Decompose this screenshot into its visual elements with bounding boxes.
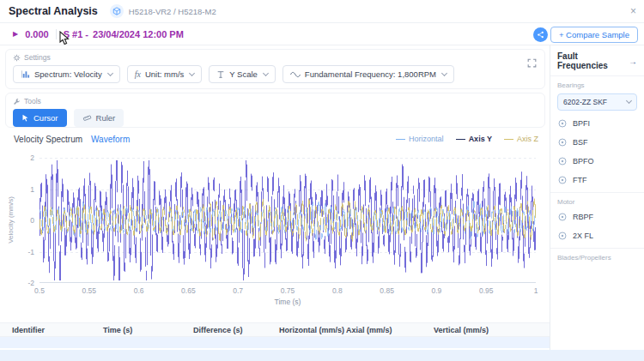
ruler-tool-button[interactable]: Ruler bbox=[74, 109, 125, 127]
x-tick-label: 0.55 bbox=[82, 286, 97, 295]
legend-item-axis-z[interactable]: Axis Z bbox=[504, 135, 538, 143]
x-axis-label: Time (s) bbox=[39, 298, 536, 306]
spectrum-dropdown-label: Spectrum: Velocity bbox=[34, 69, 102, 79]
x-tick-label: 0.75 bbox=[281, 286, 295, 295]
spectrum-dropdown[interactable]: Spectrum: Velocity bbox=[13, 65, 120, 83]
sidebar-item-bpfi[interactable]: BPFI bbox=[550, 114, 644, 133]
x-tick-label: 0.9 bbox=[431, 286, 441, 295]
waveform-chart: Velocity (mm/s) 210-1-2 0.50.550.60.650.… bbox=[0, 151, 550, 310]
fullscreen-icon[interactable] bbox=[526, 57, 538, 72]
section-label-blades: Blades/Propellers bbox=[550, 248, 644, 263]
fundamental-frequency-label: Fundamental Frequency: 1,800RPM bbox=[305, 69, 436, 79]
device-cube-icon bbox=[110, 4, 124, 18]
col-axial: Axial (mm/s) bbox=[346, 326, 434, 334]
device-pair-label: H5218-VR2 / H5218-M2 bbox=[129, 7, 216, 16]
section-label-motor: Motor bbox=[550, 192, 644, 208]
sidebar-item-label: 2X FL bbox=[573, 232, 593, 240]
y-tick-label: -2 bbox=[27, 279, 34, 287]
unit-dropdown[interactable]: fx Unit: mm/s bbox=[127, 65, 203, 83]
y-tick-label: 2 bbox=[30, 153, 34, 162]
section-label-bearings: Bearings bbox=[550, 76, 644, 91]
chevron-down-icon bbox=[107, 69, 113, 75]
fault-frequencies-sidebar: Fault Frequencies → Bearings 6202-ZZ SKF… bbox=[550, 45, 644, 350]
col-vertical: Vertical (mm/s) bbox=[434, 326, 550, 334]
sidebar-item-ftf[interactable]: FTF bbox=[550, 171, 644, 190]
sidebar-item-rbpf[interactable]: RBPF bbox=[550, 208, 644, 226]
share-button[interactable] bbox=[533, 27, 548, 42]
legend-label: Horizontal bbox=[409, 135, 444, 143]
legend-label: Axis Z bbox=[517, 135, 538, 143]
y-tick-label: -1 bbox=[27, 248, 34, 256]
horizontal-scrollbar[interactable] bbox=[0, 350, 644, 361]
app-header: Spectral Analysis H5218-VR2 / H5218-M2 × bbox=[0, 0, 644, 23]
tools-panel: Tools Cursor Ruler bbox=[5, 93, 545, 128]
bar-chart-icon bbox=[21, 69, 30, 79]
tools-header: Tools bbox=[6, 93, 544, 105]
col-identifier: Identifier bbox=[0, 326, 103, 334]
playback-time: 0.000 bbox=[25, 29, 49, 39]
fundamental-frequency-dropdown[interactable]: Fundamental Frequency: 1,800RPM bbox=[283, 65, 454, 83]
x-axis-ticks: 0.50.550.60.650.70.750.80.850.90.951 bbox=[39, 286, 536, 295]
bearing-icon bbox=[557, 137, 568, 147]
motor-icon bbox=[557, 231, 568, 241]
table-header-row: Identifier Time (s) Difference (s) Horiz… bbox=[0, 322, 550, 337]
close-icon[interactable]: × bbox=[630, 5, 636, 17]
y-tick-label: 1 bbox=[30, 185, 34, 194]
y-scale-icon bbox=[216, 70, 225, 79]
chevron-down-icon bbox=[626, 98, 632, 104]
tab-waveform[interactable]: Waveform bbox=[91, 135, 130, 144]
col-horizontal: Horizontal (mm/s) bbox=[279, 326, 346, 334]
tools-label: Tools bbox=[24, 97, 41, 105]
x-tick-label: 0.8 bbox=[332, 286, 343, 295]
compare-sample-button[interactable]: + Compare Sample bbox=[550, 27, 638, 43]
sidebar-title: Fault Frequencies bbox=[557, 51, 629, 70]
bearing-select-value: 6202-ZZ SKF bbox=[563, 98, 607, 106]
settings-panel: Settings Spectrum: Velocity fx Unit: mm/… bbox=[5, 49, 545, 89]
x-tick-label: 0.6 bbox=[134, 286, 144, 295]
settings-label: Settings bbox=[24, 53, 51, 62]
bearing-icon bbox=[557, 175, 568, 185]
unit-dropdown-label: Unit: mm/s bbox=[145, 69, 184, 79]
share-icon bbox=[537, 31, 544, 39]
x-tick-label: 0.7 bbox=[233, 286, 243, 295]
legend-line-icon bbox=[456, 139, 465, 140]
y-scale-dropdown[interactable]: Y Scale bbox=[209, 65, 276, 83]
x-tick-label: 1 bbox=[534, 286, 538, 295]
sine-wave-icon bbox=[290, 70, 301, 79]
sidebar-item-label: BPFO bbox=[573, 157, 594, 165]
bearing-icon bbox=[557, 118, 568, 129]
sidebar-item-bpfo[interactable]: BPFO bbox=[550, 152, 644, 171]
x-tick-label: 0.65 bbox=[181, 286, 196, 295]
ruler-icon bbox=[82, 113, 92, 123]
play-icon[interactable]: ▶ bbox=[13, 30, 18, 38]
legend-item-axis-y[interactable]: Axis Y bbox=[456, 135, 492, 143]
sidebar-item-label: BSF bbox=[573, 138, 588, 147]
collapse-arrow-icon[interactable]: → bbox=[629, 57, 637, 66]
cursor-pointer-icon bbox=[21, 113, 29, 123]
chart-tabs-row: Velocity Spectrum Waveform Horizontal Ax… bbox=[5, 130, 545, 147]
col-time: Time (s) bbox=[103, 326, 193, 334]
sidebar-item-bsf[interactable]: BSF bbox=[550, 133, 644, 152]
table-empty-row bbox=[0, 337, 550, 348]
waveform-canvas[interactable] bbox=[39, 158, 536, 283]
cursor-tool-label: Cursor bbox=[33, 113, 58, 123]
tab-velocity-spectrum[interactable]: Velocity Spectrum bbox=[14, 135, 82, 144]
chevron-down-icon bbox=[441, 69, 447, 75]
y-tick-label: 0 bbox=[30, 216, 34, 225]
cursor-tool-button[interactable]: Cursor bbox=[13, 109, 67, 127]
sidebar-item-label: BPFI bbox=[573, 119, 590, 128]
sidebar-item-2x-fl[interactable]: 2X FL bbox=[550, 226, 644, 245]
legend-item-horizontal[interactable]: Horizontal bbox=[396, 135, 444, 143]
sidebar-header: Fault Frequencies → bbox=[550, 45, 644, 76]
mouse-cursor-icon bbox=[59, 31, 70, 49]
sidebar-item-label: FTF bbox=[573, 176, 587, 184]
ruler-tool-label: Ruler bbox=[96, 113, 116, 123]
motor-icon bbox=[557, 212, 568, 222]
bearing-select[interactable]: 6202-ZZ SKF bbox=[557, 93, 637, 111]
toolbar-divider bbox=[56, 29, 57, 39]
legend-label: Axis Y bbox=[469, 135, 492, 143]
y-scale-dropdown-label: Y Scale bbox=[229, 69, 258, 79]
settings-controls: Spectrum: Velocity fx Unit: mm/s Y Scale… bbox=[6, 62, 544, 83]
gear-icon bbox=[13, 54, 21, 62]
bearing-icon bbox=[557, 156, 568, 166]
